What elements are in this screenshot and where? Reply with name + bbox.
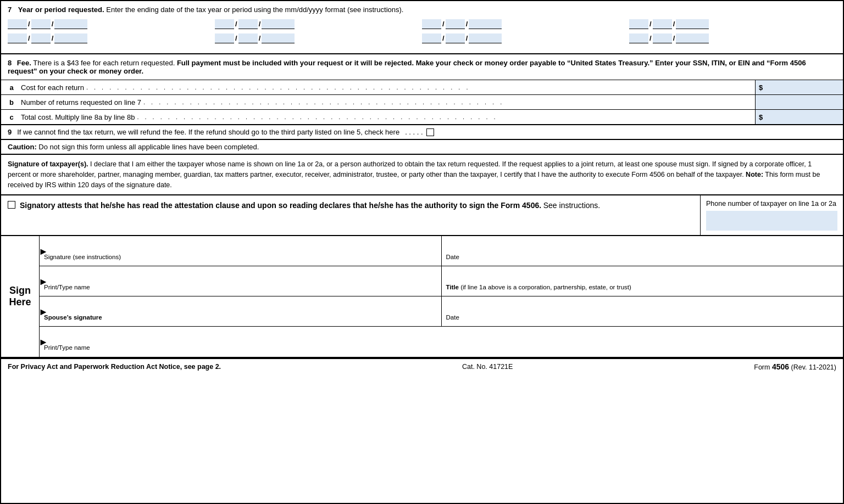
signatory-text-bold: Signatory attests that he/she has read t… — [20, 201, 541, 210]
phone-label-text: Phone number of taxpayer on line 1a or 2… — [706, 200, 836, 208]
date-1-3-dd[interactable] — [446, 19, 465, 29]
row-label-b: Number of returns requested on line 7 . … — [18, 96, 755, 109]
date-2-3-yyyy[interactable] — [469, 33, 502, 43]
date-1-1-mm[interactable] — [8, 19, 27, 29]
signatory-text-normal: See instructions. — [543, 201, 601, 210]
row-letter-a: a — [1, 83, 18, 92]
footer-right-text: Form 4506 (Rev. 11-2021) — [754, 362, 836, 371]
sign-row-1: ► Signature (see instructions) Date — [40, 236, 843, 266]
row-letter-b: b — [1, 98, 18, 107]
arrow-icon-2: ► — [38, 276, 48, 288]
arrow-icon-4: ► — [38, 337, 48, 348]
date-sep-2: / — [52, 20, 54, 29]
date-1-2-mm[interactable] — [215, 19, 234, 29]
date-group-1-1: / / — [8, 19, 215, 29]
footer-form-suffix: (Rev. 11-2021) — [789, 363, 836, 371]
date-sep-16: / — [673, 34, 675, 43]
title-field[interactable]: Title (if line 1a above is a corporation… — [442, 266, 843, 296]
date-group-2-3: / / — [422, 33, 629, 43]
section9-dots: . . . . . — [405, 128, 423, 136]
date-group-1-3: / / — [422, 19, 629, 29]
date-group-1-4: / / — [629, 19, 836, 29]
date-2-3-mm[interactable] — [422, 33, 441, 43]
date-1-3-yyyy[interactable] — [469, 19, 502, 29]
row-input-a[interactable] — [763, 83, 844, 92]
caution-text: Do not sign this form unless all applica… — [38, 143, 259, 151]
date-2-2-dd[interactable] — [238, 33, 258, 43]
date-sep-9: / — [28, 34, 30, 43]
section8-description-normal: There is a $43 fee for each return reque… — [33, 59, 177, 67]
date-1-4-yyyy[interactable] — [676, 19, 709, 29]
date-field-1[interactable]: Date — [442, 236, 843, 266]
date-2-3-dd[interactable] — [446, 33, 465, 43]
date-1-4-mm[interactable] — [629, 19, 648, 29]
row-value-a[interactable]: $ — [755, 80, 843, 94]
date-1-1-yyyy[interactable] — [54, 19, 87, 29]
date-row-2: / / / / / / / — [8, 33, 836, 43]
sig-label-bold: Signature of taxpayer(s). — [8, 160, 88, 168]
sign-row-4: ► Print/Type name — [40, 327, 843, 357]
signatory-text-block: Signatory attests that he/she has read t… — [20, 201, 600, 210]
date-sep-3: / — [235, 20, 237, 29]
date-2-4-yyyy[interactable] — [676, 33, 709, 43]
row-value-c[interactable]: $ — [755, 110, 843, 124]
signatory-checkbox[interactable] — [8, 201, 15, 209]
print-name-label-2: Print/Type name — [44, 344, 839, 351]
date-2-1-mm[interactable] — [8, 33, 27, 43]
date-2-4-mm[interactable] — [629, 33, 648, 43]
row-value-b[interactable] — [755, 95, 843, 109]
section-7: 7 Year or period requested. Enter the en… — [1, 1, 843, 54]
phone-input-area[interactable] — [706, 211, 837, 231]
row-dots-c: . . . . . . . . . . . . . . . . . . . . … — [137, 114, 752, 120]
date-sep-5: / — [442, 20, 445, 29]
section7-description: Enter the ending date of the tax year or… — [106, 5, 403, 14]
signatory-left: Signatory attests that he/she has read t… — [1, 195, 700, 235]
sign-label-line2: Here — [9, 296, 31, 307]
print-name-label-1: Print/Type name — [44, 284, 437, 290]
date-1-2-yyyy[interactable] — [262, 19, 295, 29]
date-group-1-2: / / — [215, 19, 422, 29]
section9-checkbox[interactable] — [426, 128, 434, 136]
form-page: 7 Year or period requested. Enter the en… — [0, 0, 844, 504]
date-sep-8: / — [673, 20, 675, 29]
date-sep-6: / — [466, 20, 468, 29]
sign-label-line1: Sign — [9, 285, 31, 296]
date-2-2-mm[interactable] — [215, 33, 234, 43]
section8-row-a: a Cost for each return . . . . . . . . .… — [1, 80, 843, 95]
signature-field[interactable]: ► Signature (see instructions) — [40, 236, 442, 266]
sig-note-bold: Note: — [746, 171, 763, 178]
date-1-3-mm[interactable] — [422, 19, 441, 29]
print-name-field-1[interactable]: ► Print/Type name — [40, 266, 442, 296]
section8-row-c: c Total cost. Multiply line 8a by line 8… — [1, 110, 843, 124]
date-label-1: Date — [446, 254, 839, 260]
date-1-4-dd[interactable] — [653, 19, 672, 29]
arrow-icon-1: ► — [38, 246, 48, 257]
footer-form-number: 4506 — [772, 362, 789, 371]
section7-title: 7 Year or period requested. Enter the en… — [8, 5, 836, 14]
signature-label-normal: (see instructions) — [73, 254, 121, 260]
date-field-2[interactable]: Date — [442, 296, 843, 326]
date-label-2: Date — [446, 314, 839, 321]
date-2-1-dd[interactable] — [31, 33, 51, 43]
row-label-a: Cost for each return . . . . . . . . . .… — [18, 81, 755, 94]
date-1-2-dd[interactable] — [238, 19, 258, 29]
date-2-2-yyyy[interactable] — [262, 33, 295, 43]
title-label-normal: (if line 1a above is a corporation, part… — [460, 284, 631, 290]
row-input-c[interactable] — [763, 113, 844, 121]
caution-label-bold: Caution: — [8, 143, 37, 151]
section8-rows: a Cost for each return . . . . . . . . .… — [1, 80, 843, 124]
row-input-b[interactable] — [759, 98, 844, 107]
date-2-1-yyyy[interactable] — [54, 33, 87, 43]
print-name-field-2[interactable]: ► Print/Type name — [40, 327, 843, 357]
footer: For Privacy Act and Paperwork Reduction … — [1, 358, 843, 374]
date-group-2-4: / / — [629, 33, 836, 43]
date-1-1-dd[interactable] — [31, 19, 51, 29]
footer-form-prefix: Form — [754, 363, 772, 371]
signatory-attests-section: Signatory attests that he/she has read t… — [1, 195, 843, 236]
spouse-sig-field[interactable]: ► Spouse’s signature — [40, 296, 442, 326]
arrow-icon-3: ► — [38, 306, 48, 318]
sign-here-fields: ► Signature (see instructions) Date ► Pr… — [40, 236, 843, 357]
footer-left-text: For Privacy Act and Paperwork Reduction … — [8, 363, 221, 371]
sign-here-block: Sign Here ► Signature (see instructions)… — [1, 236, 843, 358]
date-2-4-dd[interactable] — [653, 33, 672, 43]
